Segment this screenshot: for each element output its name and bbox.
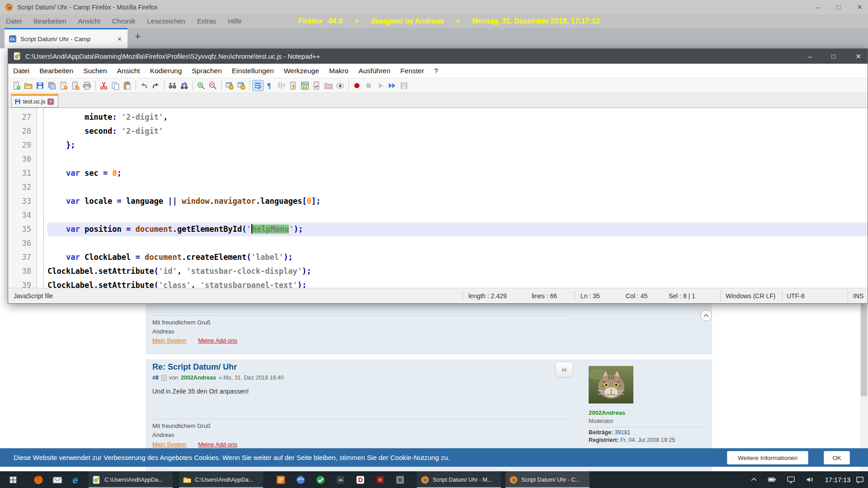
taskbar-clock[interactable]: 17:17:13 [823, 471, 853, 488]
status-eol-format[interactable]: Windows (CR LF) [726, 288, 775, 303]
app-red-d-icon[interactable]: D [354, 474, 366, 485]
code-line-37[interactable]: 37 var ClockLabel = document.createEleme… [8, 250, 868, 264]
line-number[interactable]: 39 [8, 278, 37, 288]
notepadpp-menu-datei[interactable]: Datei [8, 67, 34, 75]
code-line-29[interactable]: 29 }; [8, 138, 868, 152]
macro-save-icon[interactable] [398, 80, 410, 91]
link-mein-system[interactable]: Mein System [152, 337, 186, 344]
notepadpp-menu-bearbeiten[interactable]: Bearbeiten [34, 67, 78, 75]
preview-icon[interactable] [335, 80, 346, 91]
notepadpp-menu-ausf-hren[interactable]: Ausführen [354, 67, 396, 75]
notepadpp-minimize-button[interactable]: – [808, 52, 811, 60]
new-tab-button[interactable]: + [135, 31, 141, 42]
firefox-menu-ansicht[interactable]: Ansicht [72, 17, 106, 25]
code-line-28[interactable]: 28 second: '2-digit' [8, 124, 868, 138]
app-orange-icon[interactable] [275, 474, 286, 485]
battery-icon[interactable] [768, 471, 776, 488]
cookie-ok-button[interactable]: OK [824, 451, 850, 465]
print-icon[interactable] [81, 80, 93, 91]
line-number[interactable]: 37 [8, 250, 37, 264]
status-insert-mode[interactable]: INS [853, 288, 863, 303]
copy-icon[interactable] [110, 80, 121, 91]
app-darkred-icon[interactable] [374, 474, 386, 485]
app-dark-icon[interactable] [335, 474, 346, 485]
code-line-38[interactable]: 38ClockLabel.setAttribute('id', 'statusb… [8, 264, 868, 278]
firefox-menu-chronik[interactable]: Chronik [106, 17, 142, 25]
line-number[interactable]: 29 [8, 138, 37, 152]
profile-name-link[interactable]: 2002Andreas [589, 409, 706, 416]
notepadpp-close-button[interactable]: ✕ [855, 52, 861, 61]
edge-icon[interactable]: e [68, 471, 85, 488]
line-number[interactable]: 33 [8, 194, 37, 208]
scroll-to-top-button[interactable] [700, 310, 712, 321]
word-wrap-icon[interactable] [252, 80, 264, 91]
firefox-menu-extras[interactable]: Extras [191, 17, 222, 25]
line-number[interactable]: 32 [8, 180, 37, 194]
firefox-tab[interactable]: Fx Script Datum/ Uhr - Camp ✕ [5, 28, 127, 48]
find-icon[interactable] [167, 80, 178, 91]
action-center-icon[interactable] [855, 471, 864, 488]
macro-play-icon[interactable] [375, 80, 386, 91]
script-monitor-icon[interactable] [311, 80, 322, 91]
undo-icon[interactable] [138, 80, 150, 91]
firefox-close-button[interactable]: ✕ [857, 3, 863, 11]
link-meine-addons[interactable]: Meine Add-ons [198, 337, 237, 344]
firefox-minimize-button[interactable]: – [816, 3, 820, 11]
code-line-34[interactable]: 34 [8, 208, 868, 222]
tab-close-icon[interactable]: ✕ [117, 36, 122, 42]
paste-icon[interactable] [122, 80, 133, 91]
post-author-link[interactable]: 2002Andreas [181, 375, 216, 381]
notepadpp-menu-suchen[interactable]: Suchen [78, 67, 112, 75]
sync-scroll-h-icon[interactable] [236, 80, 247, 91]
status-encoding[interactable]: UTF-8 [787, 288, 805, 303]
code-line-31[interactable]: 31 var sec = 0; [8, 166, 868, 180]
show-symbols-icon[interactable]: ¶ [264, 80, 275, 91]
redo-icon[interactable] [150, 80, 161, 91]
firefox-maximize-button[interactable]: □ [836, 3, 840, 11]
taskbar-window-button-explorer-2[interactable]: C:\Users\Andi\AppDa... [179, 471, 263, 488]
post-number[interactable]: #8 [152, 375, 159, 381]
post-title[interactable]: Re: Script Datum/ Uhr [152, 362, 237, 372]
cookie-info-button[interactable]: Weitere Informationen [727, 451, 808, 465]
new-file-icon[interactable] [11, 80, 22, 91]
notepadpp-menu-makro[interactable]: Makro [324, 67, 354, 75]
taskbar-window-button-firefox-3[interactable]: Script Datum/ Uhr - M... [417, 471, 501, 488]
line-number[interactable]: 38 [8, 264, 37, 278]
function-list-icon[interactable] [288, 80, 299, 91]
macro-record-icon[interactable] [351, 80, 363, 91]
line-number[interactable]: 36 [8, 236, 37, 250]
notepadpp-menu-item[interactable]: ? [429, 67, 443, 75]
posts-count-link[interactable]: 39181 [615, 429, 631, 436]
link-meine-addons[interactable]: Meine Add-ons [198, 441, 237, 448]
document-map-icon[interactable] [299, 80, 311, 91]
line-number[interactable]: 34 [8, 208, 37, 222]
app-blue-icon[interactable] [295, 474, 306, 485]
code-line-35[interactable]: 35 var position = document.getElementByI… [8, 222, 868, 236]
line-number[interactable]: 30 [8, 152, 37, 166]
code-editor[interactable]: 27 minute: '2-digit',28 second: '2-digit… [8, 108, 868, 288]
save-all-icon[interactable] [46, 80, 57, 91]
notepadpp-menu-werkzeuge[interactable]: Werkzeuge [279, 67, 324, 75]
code-line-27[interactable]: 27 minute: '2-digit', [8, 110, 868, 124]
notepadpp-menu-fenster[interactable]: Fenster [396, 67, 429, 75]
monitor-icon[interactable] [787, 471, 795, 488]
firefox-menu-bearbeiten[interactable]: Bearbeiten [28, 17, 72, 25]
notepadpp-menu-ansicht[interactable]: Ansicht [112, 67, 145, 75]
volume-icon[interactable] [806, 471, 814, 488]
close-icon[interactable] [58, 80, 69, 91]
line-number[interactable]: 35 [8, 222, 37, 236]
app-gray-icon[interactable] [394, 474, 406, 485]
code-line-33[interactable]: 33 var locale = language || window.navig… [8, 194, 868, 208]
notepadpp-menu-einstellungen[interactable]: Einstellungen [227, 67, 279, 75]
notepadpp-maximize-button[interactable]: □ [831, 52, 835, 60]
app-green-check-icon[interactable] [315, 474, 326, 485]
indent-guide-icon[interactable] [276, 80, 287, 91]
chevron-up-icon[interactable] [750, 471, 758, 488]
scrollbar-thumb[interactable] [861, 304, 867, 396]
code-line-32[interactable]: 32 [8, 180, 868, 194]
close-all-icon[interactable] [70, 80, 81, 91]
cut-icon[interactable] [98, 80, 109, 91]
editor-tab-testucjs[interactable]: test.uc.js ✕ [11, 94, 58, 108]
taskbar-window-button-notepadpp-1[interactable]: C:\Users\Andi\AppDa... [89, 471, 173, 488]
save-icon[interactable] [34, 80, 46, 91]
